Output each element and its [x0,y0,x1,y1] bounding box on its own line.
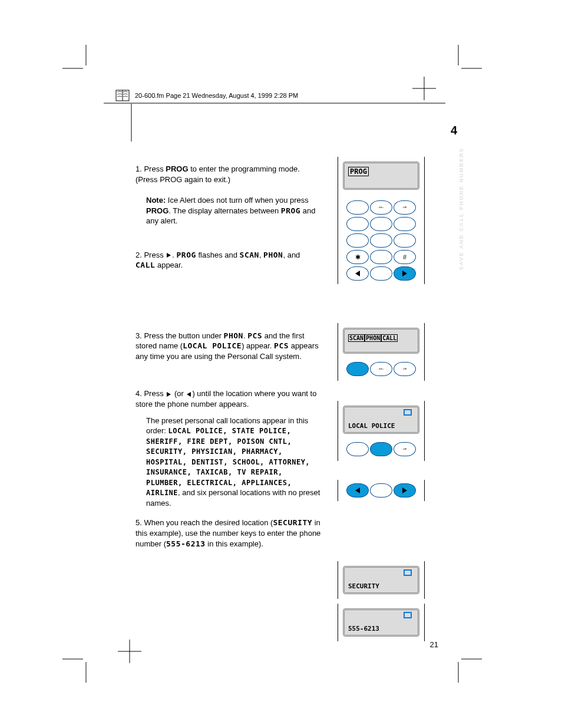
page-footer: 20-600.fm Page 21 Wednesday, August 4, 1… [115,88,298,103]
crop-mark-br [452,653,482,683]
right-arrow-icon [402,271,407,276]
keypad-row-4: ✱ # [343,250,419,264]
key-left[interactable] [346,266,369,281]
key-2[interactable]: ᴬᴮᶜ [370,200,392,215]
step-2: 2. Press . PROG flashes and SCAN, PHON, … [135,250,321,271]
key-5[interactable] [370,217,392,231]
key-4[interactable] [346,217,369,231]
lcd-local-police: LOCAL POLICE [343,406,419,434]
step-4: 4. Press (or ) until the location where … [135,388,321,409]
key-9[interactable] [394,233,416,248]
key-right[interactable] [394,266,416,281]
nav-center[interactable] [370,483,392,498]
btn-1[interactable] [346,442,369,456]
phon-buttons: ᴰᴱᶠ [343,442,419,456]
btn-under-call[interactable]: ᴰᴱᶠ [394,362,416,376]
section-header: SAVE AND CALL PHONE NUMBERS [458,147,464,270]
btn-2-phon[interactable] [370,442,392,456]
left-arrow-icon [355,487,360,493]
book-icon [115,88,130,103]
panel-phone-number: 555-6213 [338,604,425,641]
right-arrow-icon [167,392,171,397]
tab-scan: SCAN [348,334,365,342]
key-3[interactable]: ᴰᴱᶠ [394,200,416,215]
pcs-indicator-icon [404,409,412,416]
tab-call: CALL [381,334,398,342]
btn-under-phon[interactable]: ᴬᴮᶜ [370,362,392,376]
key-7[interactable] [346,233,369,248]
btn-3[interactable]: ᴰᴱᶠ [394,442,416,456]
panel-security: SECURITY [338,561,425,599]
panel-local-police: LOCAL POLICE ᴰᴱᶠ [338,401,425,461]
btn-under-scan[interactable] [346,362,369,376]
lcd-security-text: SECURITY [348,582,379,590]
footer-rule [104,103,445,104]
key-1[interactable] [346,200,369,215]
tab-buttons: ᴬᴮᶜ ᴰᴱᶠ [343,362,419,376]
pcs-indicator-icon [404,612,412,618]
lcd-phone-number-text: 555-6213 [348,625,379,633]
keypad-row-2 [343,217,419,231]
footer-text: 20-600.fm Page 21 Wednesday, August 4, 1… [135,92,298,99]
panel-arrow-nav [338,480,425,501]
panel-prog-keypad: PROG ᴬᴮᶜ ᴰᴱᶠ ✱ # [338,157,425,284]
step-3: 3. Press the button under PHON. PCS and … [135,331,321,362]
arrow-nav-row [343,483,419,498]
key-center[interactable] [370,266,392,281]
step-5: 5. When you reach the desired location (… [135,518,321,549]
keypad-row-3 [343,233,419,248]
left-arrow-icon [187,392,191,397]
left-arrow-icon [355,271,360,276]
preset-list: The preset personal call locations appea… [146,416,321,509]
lcd-security: SECURITY [343,566,419,594]
lcd-prog-text: PROG [348,167,369,176]
right-arrow-icon [167,253,171,258]
nav-left[interactable] [346,483,369,498]
panel-scan-phon-call: SCANPHONCALL ᴬᴮᶜ ᴰᴱᶠ [338,323,425,381]
crop-mark-tl [62,45,92,74]
pcs-indicator-icon [404,569,412,576]
registration-cross-bottom [118,640,141,663]
page-number: 21 [430,640,438,649]
lcd-local-police-text: LOCAL POLICE [348,422,395,430]
key-star[interactable]: ✱ [346,250,369,264]
tab-phon: PHON [365,334,381,342]
section-number: 4 [451,124,457,137]
lcd-prog: PROG [343,162,419,190]
key-6[interactable] [394,217,416,231]
right-arrow-icon [402,487,407,493]
step-1: 1. Press PROG to enter the programming m… [135,164,321,185]
instruction-block: 1. Press PROG to enter the programming m… [135,164,321,552]
key-0[interactable] [370,250,392,264]
note-1: Note: Ice Alert does not turn off when y… [146,195,321,226]
keypad-row-1: ᴬᴮᶜ ᴰᴱᶠ [343,200,419,215]
lcd-phone-number: 555-6213 [343,608,419,637]
key-hash[interactable]: # [394,250,416,264]
crop-mark-tr [452,45,482,74]
keypad-row-5 [343,266,419,281]
manual-page: 20-600.fm Page 21 Wednesday, August 4, 1… [0,0,562,728]
key-8[interactable] [370,233,392,248]
lcd-tabs: SCANPHONCALL [343,328,419,354]
nav-right[interactable] [394,483,416,498]
registration-cross-top [412,77,436,100]
header-vertical-rule [131,104,132,141]
crop-mark-bl [62,653,92,683]
